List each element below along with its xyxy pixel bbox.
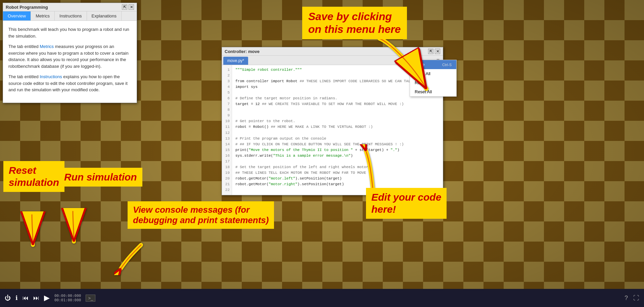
robot-programming-panel: Robot Programming ⇱ ✕ Overview Metrics I…: [3, 3, 137, 103]
tab-instructions[interactable]: Instructions: [55, 11, 87, 20]
line-numbers: 12345678910111213141516171819202122: [222, 65, 232, 195]
fullscreen-icon[interactable]: ⛶: [633, 295, 639, 302]
edit-annotation-box: Edit your codehere!: [366, 188, 447, 219]
play-icon[interactable]: ▶: [44, 294, 50, 302]
controller-title: Controller: move: [225, 49, 260, 54]
edit-arrow: [349, 144, 389, 191]
overview-para2: The tab entitled Metrics measures your p…: [8, 43, 131, 69]
resize-button[interactable]: ⇱: [122, 4, 127, 10]
power-icon[interactable]: ⏻: [5, 295, 11, 302]
robot-panel-tabs: Overview Metrics Instructions Explanatio…: [3, 11, 137, 21]
help-icon[interactable]: ?: [625, 295, 628, 302]
run-arrow: [61, 208, 88, 248]
robot-panel-title: Robot Programming: [6, 5, 48, 10]
tab-metrics[interactable]: Metrics: [31, 11, 55, 20]
close-button[interactable]: ✕: [129, 4, 134, 10]
bottom-right-icons: ? ⛶: [625, 295, 639, 302]
overview-para3: The tab entitled Instructions explains y…: [8, 73, 131, 93]
time-elapsed: 00:00:00:000: [54, 294, 81, 298]
console-annotation-container: View console messages (fordebugging and …: [128, 201, 274, 229]
controller-tab-movepy[interactable]: move.py*: [223, 57, 248, 65]
reset-annotation-box: Resetsimulation: [3, 161, 64, 192]
console-button[interactable]: >_: [86, 295, 95, 302]
metrics-link[interactable]: Metrics: [40, 44, 54, 49]
reset-annotation-container: Resetsimulation: [3, 161, 64, 192]
time-total: 00:01:00:000: [54, 298, 81, 302]
reset-arrow: [20, 211, 47, 252]
instructions-link[interactable]: Instructions: [40, 74, 62, 79]
save-shortcut: Ctrl-S: [442, 63, 452, 67]
run-annotation-container: Run simulation: [59, 168, 142, 187]
step-forward-icon[interactable]: ⏭: [33, 295, 39, 302]
robot-panel-content: This benchmark will teach you how to pro…: [3, 21, 137, 103]
titlebar-buttons: ⇱ ✕: [122, 4, 134, 10]
info-icon[interactable]: ℹ: [15, 294, 18, 302]
bottom-bar: ⏻ ℹ ⏮ ⏭ ▶ 00:00:00:000 00:01:00:000 >_ ?…: [0, 289, 644, 307]
tab-overview[interactable]: Overview: [3, 11, 31, 20]
tab-explanations[interactable]: Explanations: [87, 11, 122, 20]
save-annotation-container: Save by clickingon this menu here: [302, 7, 407, 39]
save-arrow: [363, 32, 436, 99]
save-annotation-box: Save by clickingon this menu here: [302, 7, 407, 39]
time-display: 00:00:00:000 00:01:00:000: [54, 294, 81, 302]
console-annotation-box: View console messages (fordebugging and …: [128, 201, 274, 229]
overview-para1: This benchmark will teach you how to pro…: [8, 26, 131, 39]
robot-panel-titlebar: Robot Programming ⇱ ✕: [3, 3, 137, 11]
run-annotation-box: Run simulation: [59, 168, 142, 187]
edit-annotation-container: Edit your codehere!: [366, 188, 447, 219]
console-arrow: [114, 242, 148, 275]
skip-back-icon[interactable]: ⏮: [22, 295, 29, 302]
